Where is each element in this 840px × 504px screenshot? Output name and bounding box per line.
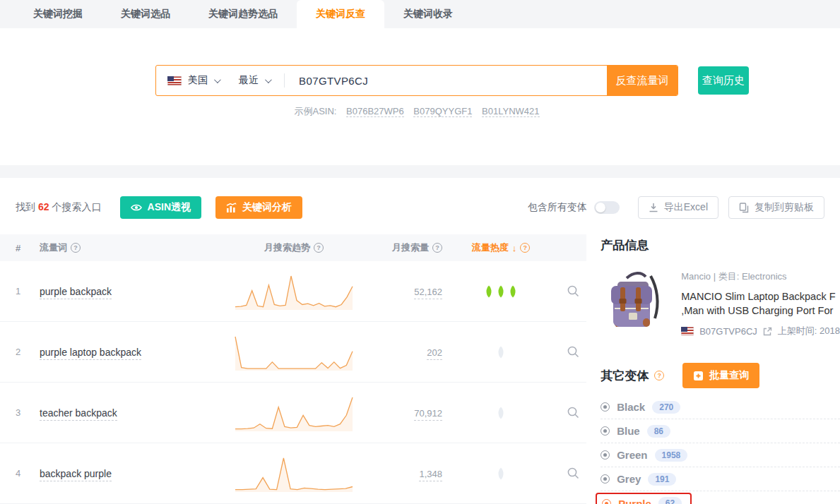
- include-variants-label: 包含所有变体: [528, 201, 587, 214]
- col-header-index: #: [16, 243, 40, 253]
- asin-input[interactable]: [290, 66, 607, 95]
- example-asin-label: 示例ASIN:: [294, 106, 336, 116]
- col-header-volume: 月搜索量 ?: [365, 241, 442, 254]
- help-icon[interactable]: ?: [314, 243, 324, 253]
- country-select[interactable]: 美国: [156, 66, 227, 95]
- product-category: Electronics: [742, 271, 787, 282]
- search-box: 美国 最近 反查流量词: [155, 65, 678, 96]
- variants-header: 其它变体 ? 批量查询: [601, 363, 840, 388]
- country-label: 美国: [188, 74, 208, 87]
- example-asin-row: 示例ASIN: B076B27WP6 B079QYYGF1 B01LYNW421: [155, 105, 678, 118]
- product-title[interactable]: MANCIO Slim Laptop Backpack F ,Man with …: [681, 290, 840, 318]
- radio-icon: [601, 426, 610, 436]
- external-link-icon[interactable]: [763, 327, 772, 336]
- keyword-analysis-button[interactable]: 关键词分析: [215, 196, 302, 219]
- search-volume-value[interactable]: 52,162: [414, 287, 442, 299]
- traffic-heat-indicator: [442, 469, 560, 478]
- table-row: 2 purple laptop backpack 202: [0, 322, 586, 383]
- search-volume-value[interactable]: 70,912: [414, 408, 442, 421]
- heat-leaf-icon: [495, 467, 507, 479]
- variant-item-green[interactable]: Green 1958: [601, 443, 840, 467]
- product-asin[interactable]: B07GTVP6CJ: [699, 326, 757, 337]
- radio-icon: [601, 402, 610, 412]
- section-divider-band: [0, 165, 840, 178]
- help-icon[interactable]: ?: [432, 243, 442, 253]
- tab-reverse-asin[interactable]: 关键词反查: [297, 0, 384, 28]
- variant-item-grey[interactable]: Grey 191: [601, 467, 840, 491]
- search-section: 美国 最近 反查流量词 查询历史 示例ASIN: B076B27WP6 B079…: [0, 28, 840, 165]
- table-row: 4 backpack purple 1,348: [0, 443, 586, 504]
- variant-item-purple[interactable]: Purple 62: [601, 491, 840, 504]
- date-range-label: 最近: [239, 74, 259, 87]
- product-asin-line: B07GTVP6CJ 上架时间: 2018: [681, 325, 840, 337]
- search-volume-value[interactable]: 1,348: [419, 469, 442, 481]
- variant-item-black[interactable]: Black 270: [601, 395, 840, 419]
- help-icon[interactable]: ?: [71, 243, 81, 253]
- example-asin-link[interactable]: B076B27WP6: [346, 106, 404, 117]
- example-asin-link[interactable]: B01LYNW421: [482, 106, 539, 117]
- selected-variant-highlight: Purple 62: [596, 493, 692, 504]
- variant-count-badge: 270: [652, 401, 680, 414]
- magnifier-icon: [567, 406, 580, 419]
- product-image[interactable]: [601, 266, 671, 337]
- batch-query-button[interactable]: 批量查询: [682, 363, 759, 388]
- keyword-link[interactable]: backpack purple: [40, 468, 112, 481]
- radio-icon: [602, 499, 611, 504]
- help-icon[interactable]: ?: [654, 371, 664, 380]
- variants-title: 其它变体: [601, 368, 649, 384]
- tab-keyword-mining[interactable]: 关键词挖掘: [14, 0, 102, 28]
- copy-to-clipboard-button[interactable]: 复制到剪贴板: [728, 196, 824, 219]
- variant-label: Purple: [618, 498, 651, 504]
- eye-icon: [131, 203, 142, 212]
- radio-icon: [601, 450, 610, 460]
- us-flag-icon: [681, 327, 694, 335]
- product-brand: Mancio: [681, 271, 711, 282]
- variant-item-blue[interactable]: Blue 86: [601, 419, 840, 443]
- tab-keyword-trend-selection[interactable]: 关键词趋势选品: [189, 0, 297, 28]
- product-info-title: 产品信息: [601, 237, 840, 253]
- keyword-link[interactable]: purple backpack: [40, 286, 112, 299]
- heat-leaf-icon: [483, 285, 495, 297]
- search-keyword-button[interactable]: [560, 406, 586, 419]
- keyword-table: # 流量词 ? 月搜索趋势 ? 月搜索量 ? 流量热度 ↓ ? 1 purple…: [0, 234, 586, 504]
- variants-list: Black 270 Blue 86 Green 1958 Grey 191: [601, 395, 840, 504]
- sort-desc-icon: ↓: [512, 243, 517, 253]
- query-history-button[interactable]: 查询历史: [698, 66, 749, 95]
- example-asin-link[interactable]: B079QYYGF1: [413, 106, 472, 117]
- traffic-heat-indicator: [442, 348, 560, 356]
- col-header-trend: 月搜索趋势 ?: [223, 241, 365, 254]
- help-icon[interactable]: ?: [520, 243, 530, 253]
- search-volume-value[interactable]: 202: [427, 347, 442, 360]
- tab-keyword-selection[interactable]: 关键词选品: [102, 0, 189, 28]
- search-keyword-button[interactable]: [560, 345, 586, 359]
- keyword-link[interactable]: teacher backpack: [40, 407, 117, 421]
- reverse-lookup-button[interactable]: 反查流量词: [607, 66, 678, 95]
- search-keyword-button[interactable]: [560, 467, 586, 480]
- variant-label: Grey: [617, 473, 641, 485]
- keyword-link[interactable]: purple laptop backpack: [40, 347, 141, 360]
- magnifier-icon: [567, 284, 580, 298]
- traffic-heat-indicator: [442, 287, 560, 296]
- product-panel: 产品信息: [586, 234, 840, 504]
- export-excel-button[interactable]: 导出Excel: [638, 196, 718, 219]
- asin-xray-button[interactable]: ASIN透视: [120, 196, 201, 219]
- table-row: 3 teacher backpack 70,912: [0, 383, 586, 443]
- search-keyword-button[interactable]: [560, 284, 586, 298]
- variant-count-badge: 86: [647, 425, 670, 438]
- product-brand-line: Mancio | 类目: Electronics: [681, 270, 840, 283]
- traffic-heat-indicator: [442, 409, 560, 417]
- backpack-image: [601, 266, 671, 337]
- listed-date-value: 2018: [820, 325, 840, 336]
- variant-count-badge: 191: [648, 473, 676, 486]
- date-range-select[interactable]: 最近: [227, 66, 278, 95]
- divider: [284, 73, 285, 88]
- batch-add-icon: [693, 371, 704, 381]
- col-header-heat[interactable]: 流量热度 ↓ ?: [442, 241, 560, 254]
- variant-count-badge: 62: [658, 497, 682, 504]
- bar-chart-icon: [226, 203, 237, 212]
- copy-icon: [739, 203, 749, 213]
- results-toolbar: 找到62个搜索入口 ASIN透视 关键词分析 包含所有变体 导出Excel: [0, 196, 840, 219]
- tab-keyword-indexing[interactable]: 关键词收录: [384, 0, 472, 28]
- include-variants-toggle[interactable]: [594, 201, 620, 214]
- chevron-down-icon: [214, 76, 221, 83]
